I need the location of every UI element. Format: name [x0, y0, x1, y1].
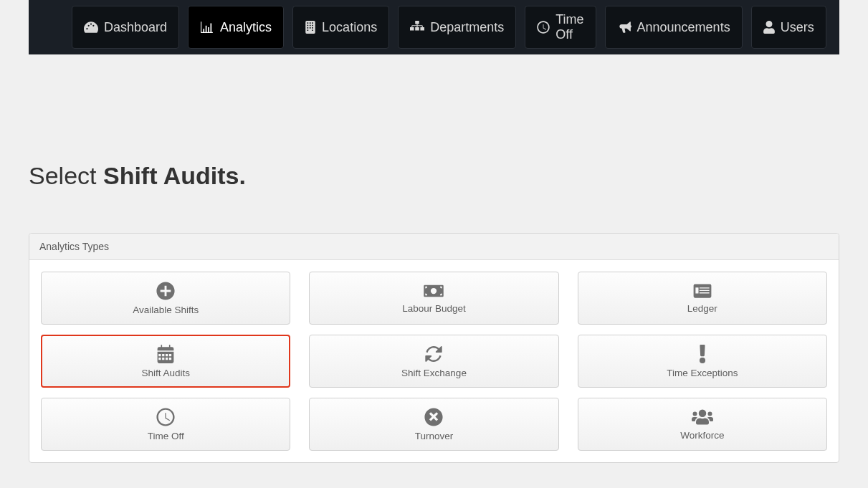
card-label: Turnover	[415, 431, 454, 441]
card-shift-audits[interactable]: Shift Audits	[41, 335, 290, 388]
card-time-exceptions[interactable]: Time Exceptions	[578, 335, 827, 388]
nav-dashboard[interactable]: Dashboard	[72, 6, 179, 49]
card-time-off[interactable]: Time Off	[41, 398, 290, 451]
nav-users[interactable]: Users	[751, 6, 826, 49]
nav-label: Analytics	[220, 20, 272, 35]
top-nav: Dashboard Analytics Locations Department…	[29, 0, 839, 54]
analytics-types-panel: Analytics Types Available Shifts Labour …	[29, 233, 839, 463]
sitemap-icon	[410, 21, 424, 34]
nav-label: Time Off	[555, 12, 583, 42]
card-label: Ledger	[687, 303, 717, 314]
card-label: Shift Exchange	[401, 368, 467, 378]
dashboard-icon	[84, 21, 98, 34]
instruction-text: Select Shift Audits.	[29, 162, 839, 190]
money-bill-icon	[423, 283, 444, 299]
nav-label: Dashboard	[104, 20, 167, 35]
card-workforce[interactable]: Workforce	[578, 398, 827, 451]
panel-title: Analytics Types	[29, 234, 839, 260]
list-card-icon	[692, 283, 712, 299]
sync-icon	[424, 345, 443, 363]
bullhorn-icon	[617, 21, 631, 34]
nav-departments[interactable]: Departments	[398, 6, 516, 49]
card-available-shifts[interactable]: Available Shifts	[41, 272, 290, 325]
card-ledger[interactable]: Ledger	[578, 272, 827, 325]
barchart-icon	[200, 21, 214, 34]
nav-label: Departments	[430, 20, 504, 35]
card-label: Time Exceptions	[667, 368, 738, 378]
exclamation-icon	[699, 345, 706, 363]
users-icon	[692, 408, 713, 426]
nav-label: Locations	[322, 20, 377, 35]
nav-announcements[interactable]: Announcements	[605, 6, 743, 49]
nav-label: Announcements	[637, 20, 730, 35]
card-grid: Available Shifts Labour Budget Ledger Sh…	[29, 260, 839, 462]
nav-label: Users	[781, 20, 814, 35]
card-label: Labour Budget	[402, 303, 466, 314]
card-label: Time Off	[148, 431, 184, 441]
clock-icon	[156, 408, 175, 426]
nav-timeoff[interactable]: Time Off	[525, 6, 596, 49]
card-label: Available Shifts	[133, 305, 199, 315]
nav-locations[interactable]: Locations	[292, 6, 389, 49]
card-shift-exchange[interactable]: Shift Exchange	[309, 335, 558, 388]
card-turnover[interactable]: Turnover	[309, 398, 558, 451]
card-label: Workforce	[680, 430, 724, 441]
clock-icon	[537, 21, 550, 34]
building-icon	[305, 21, 316, 34]
nav-analytics[interactable]: Analytics	[188, 6, 284, 49]
instruction-prefix: Select	[29, 162, 103, 189]
times-circle-icon	[424, 408, 443, 426]
card-label: Shift Audits	[141, 368, 190, 378]
card-labour-budget[interactable]: Labour Budget	[309, 272, 558, 325]
calendar-icon	[157, 345, 174, 363]
instruction-bold: Shift Audits.	[103, 162, 246, 189]
plus-circle-icon	[156, 282, 175, 300]
user-icon	[763, 21, 775, 34]
